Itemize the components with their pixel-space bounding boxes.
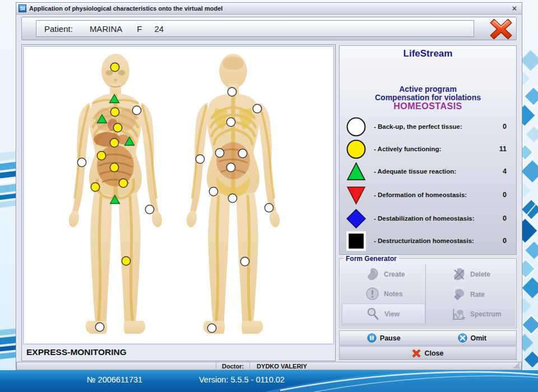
body-marker-green-triangle (109, 194, 120, 206)
legend-label: - Deformation of homeostasis: (374, 192, 467, 198)
legend-square-black-icon (344, 231, 368, 251)
body-marker-white-circle (240, 256, 251, 268)
window-title: Application of physiological characteris… (29, 5, 222, 12)
control-bar: Close (339, 346, 517, 360)
body-marker-white-circle (228, 193, 239, 204)
body-marker-green-triangle (96, 114, 108, 125)
legend-row: - Deformation of homeostasis: 0 (344, 184, 512, 206)
session-close-button[interactable] (486, 17, 516, 41)
create-button[interactable]: Create (342, 264, 425, 284)
model-canvas[interactable] (23, 46, 334, 344)
pause-icon (367, 333, 377, 343)
legend-row: - Back-up, the perfect tissue: 0 (344, 115, 512, 138)
legend-label: - Destructurization homeostasis: (374, 237, 474, 244)
body-marker-yellow-circle (110, 62, 121, 73)
legend-circle-yellow-icon (344, 139, 368, 160)
patient-label: Patient: (44, 24, 73, 34)
organ-icon (365, 267, 379, 281)
doctor-label: Doctor: (216, 362, 250, 370)
button-label: View (384, 310, 400, 318)
status-spacer (17, 362, 216, 370)
screen: { "window": { "title": "Application of p… (0, 0, 538, 392)
close-x-icon (412, 349, 421, 358)
patient-field: Patient: MARINA F 24 (36, 20, 474, 37)
button-label: Spectrum (470, 310, 501, 318)
body-marker-white-circle (238, 148, 249, 160)
resize-grip[interactable] (513, 362, 520, 370)
legend-count: 11 (499, 145, 507, 153)
body-marker-yellow-circle (109, 138, 120, 149)
view-button[interactable]: View (342, 304, 425, 324)
notes-button[interactable]: Notes (342, 284, 425, 304)
body-marker-yellow-circle (110, 107, 121, 118)
legend-row: - Adequate tissue reaction: 4 (344, 160, 512, 183)
body-marker-white-circle (132, 105, 143, 116)
body-marker-white-circle (264, 203, 275, 214)
button-label: Omit (471, 334, 486, 342)
program-line-2: Compensation for violations (339, 93, 517, 102)
legend-count: 0 (503, 191, 507, 199)
legend-triangle-red-icon (344, 185, 368, 206)
legend-count: 0 (503, 237, 507, 245)
legend-count: 0 (503, 214, 507, 222)
body-marker-white-circle (195, 154, 206, 165)
exclamation-icon (365, 287, 379, 301)
legend-row: - Destabilization of homeostasis: 0 (344, 207, 512, 230)
legend-row: - Actively functioning: 11 (344, 138, 512, 160)
button-label: Notes (384, 290, 402, 298)
body-marker-yellow-circle (118, 178, 129, 189)
button-label: Create (384, 270, 405, 278)
pause-button[interactable]: Pause (340, 331, 428, 345)
legend-triangle-green-icon (344, 161, 368, 182)
patient-sex: F (137, 24, 142, 34)
button-label: Pause (380, 334, 401, 342)
form-generator-group: Create Notes View Delete (339, 258, 517, 328)
body-marker-white-circle (215, 148, 226, 159)
program-name: HOMEOSTASIS (339, 101, 517, 111)
button-label: Close (424, 349, 443, 357)
serial-number: № 2006611731 (87, 375, 142, 384)
body-marker-yellow-circle (113, 123, 124, 134)
body-marker-white-circle (77, 157, 88, 169)
body-marker-yellow-circle (121, 256, 132, 267)
body-marker-white-circle (226, 162, 237, 174)
doctor-name: DYDKO VALERIY (250, 363, 307, 370)
lifestream-title: LifeStream (339, 48, 517, 59)
body-marker-yellow-circle (96, 151, 108, 162)
control-bar: Pause Omit (339, 330, 517, 346)
version-text: Version: 5.5.5 - 0110.02 (199, 375, 285, 384)
body-marker-yellow-circle (90, 182, 101, 193)
body-marker-white-circle (252, 104, 263, 115)
spectrum-button[interactable]: Spectrum (428, 304, 512, 324)
magnifier-icon (366, 307, 380, 321)
body-marker-green-triangle (124, 136, 135, 147)
legend-label: - Back-up, the perfect tissue: (374, 123, 462, 130)
delete-button[interactable]: Delete (428, 264, 512, 284)
legend-diamond-blue-icon (344, 208, 368, 229)
app-icon: SI (18, 4, 26, 12)
legend-count: 4 (503, 167, 507, 175)
body-marker-green-triangle (109, 94, 120, 105)
legend-count: 0 (503, 123, 507, 130)
status-bar: Doctor: DYDKO VALERIY (16, 362, 522, 370)
body-marker-white-circle (208, 186, 220, 198)
program-line-1: Active program (339, 85, 517, 94)
button-label: Delete (470, 270, 490, 278)
rate-button[interactable]: Rate (428, 284, 512, 305)
patient-name: MARINA (90, 24, 122, 34)
body-marker-white-circle (145, 204, 156, 216)
body-marker-yellow-circle (109, 162, 120, 174)
body-marker-white-circle (95, 322, 106, 333)
express-monitoring-caption: EXPRESS-MONITORING (23, 344, 334, 360)
button-label: Rate (470, 291, 485, 298)
window-close-icon[interactable]: × (512, 4, 517, 12)
rate-diamond-icon (452, 287, 466, 301)
close-button[interactable]: Close (340, 347, 516, 360)
red-x-icon (488, 18, 514, 40)
legend-label: - Destabilization of homeostasis: (374, 215, 475, 222)
omit-button[interactable]: Omit (428, 331, 517, 345)
body-marker-white-circle (227, 87, 238, 98)
spectrum-chart-icon (452, 307, 466, 321)
organ-delete-icon (452, 267, 466, 281)
body-marker-white-circle (226, 117, 237, 128)
